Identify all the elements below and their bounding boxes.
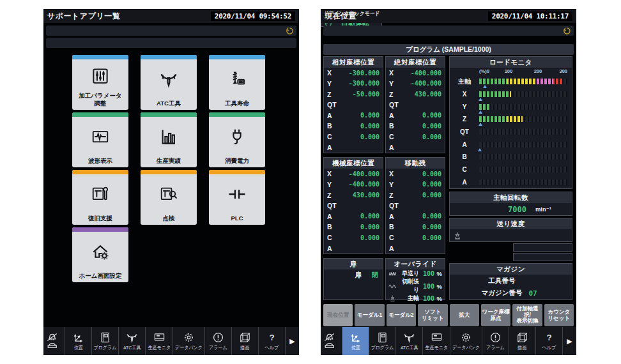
axis-label: C xyxy=(327,133,332,140)
bottom-toolbar: 位置G:プログラムATC工具生産モニタデータバンクアラーム描画?ヘルプ▶ xyxy=(321,327,576,355)
section-title: 扉 xyxy=(324,259,383,269)
datetime-display: 2020/11/04 10:11:17 xyxy=(488,11,572,21)
fn-button-modal-2[interactable]: モーダル2 xyxy=(387,304,416,326)
axis-value: 430.000 xyxy=(353,192,379,199)
fn-button-counter-reset[interactable]: カウンタ リセット xyxy=(544,304,574,326)
current-position-panel: 現在位置 2020/11/04 10:11:17 プログラム (SAMPLE/1… xyxy=(321,9,576,355)
fn-button-current-position[interactable]: 現在位置 xyxy=(323,304,353,326)
tile-accent-bar xyxy=(141,55,197,59)
axis-label: Z xyxy=(327,192,331,199)
cutting-feed-icon xyxy=(388,283,397,290)
toolbar-item-atc-tool[interactable]: ATC工具 xyxy=(396,327,423,355)
app-tile-label: 波形表示 xyxy=(88,157,112,167)
axis-label: X xyxy=(327,170,332,178)
coord-row: QT xyxy=(324,100,383,110)
toolbar-item-atc-tool[interactable]: ATC工具 xyxy=(119,327,146,355)
cube-icon xyxy=(239,331,251,344)
axis-label: B xyxy=(327,122,332,130)
plc-contact-icon xyxy=(226,174,248,215)
axis-label: A xyxy=(327,213,332,220)
app-tile-inspection[interactable]: 点検 xyxy=(141,170,197,225)
axis-value: 0.000 xyxy=(360,213,379,220)
spindle-speed-row: 7000 min⁻¹ xyxy=(450,203,572,215)
axis-value: 0.000 xyxy=(422,112,441,119)
toolbar-item-alarm[interactable]: アラーム xyxy=(482,327,509,355)
axis-label: Y xyxy=(327,80,332,87)
home-gear-icon xyxy=(89,232,111,272)
door-status-row: 扉 閉 xyxy=(324,269,383,281)
app-tile-label: 生産実績 xyxy=(157,157,181,167)
toolbar-item-help[interactable]: ?ヘルプ xyxy=(259,327,286,355)
toolbar-item-drawing[interactable]: 描画 xyxy=(509,327,536,355)
coord-row: X0.000 xyxy=(386,169,445,179)
magazine-number-value: 07 xyxy=(528,289,540,298)
fn-button-aux-axis-select[interactable]: 付加軸選 択/ 表示切換 xyxy=(512,304,542,326)
toolbar-item-machine-lamp[interactable] xyxy=(43,327,65,355)
section-title: 絶対座標位置 xyxy=(386,57,445,68)
toolbar-item-databank[interactable]: データバンク xyxy=(450,327,482,355)
coord-row: X-400.000 xyxy=(324,169,383,179)
fn-button-enlarge[interactable]: 拡大 xyxy=(450,304,479,326)
operator-key-icon xyxy=(286,27,294,35)
load-bar xyxy=(479,104,567,110)
toolbar-item-production-monitor[interactable]: 生産モニタ xyxy=(423,327,450,355)
app-tile-production-results[interactable]: 生産実績 xyxy=(141,112,197,167)
fn-button-work-origin[interactable]: ワーク座標 原点 xyxy=(481,304,510,326)
toolbar-item-databank[interactable]: データバンク xyxy=(173,327,205,355)
axis-label: Z xyxy=(327,91,331,98)
load-monitor-row: B xyxy=(450,151,572,163)
toolbar-item-position[interactable]: 位置 xyxy=(342,327,369,355)
toolbar-next-button[interactable]: ▶ xyxy=(563,327,576,355)
coord-row: X-400.000 xyxy=(386,68,445,79)
axis-value: -400.000 xyxy=(349,181,379,188)
toolbar-item-machine-lamp[interactable] xyxy=(321,327,342,355)
load-bar xyxy=(479,179,567,185)
toolbar-item-program[interactable]: G:プログラム xyxy=(369,327,396,355)
axis-label: Z xyxy=(389,192,393,199)
app-tile-atc-tool[interactable]: ATC工具 xyxy=(141,55,197,110)
axis-label: A xyxy=(389,112,394,119)
axis-value: 0.000 xyxy=(360,123,379,130)
toolbar-next-button[interactable]: ▶ xyxy=(286,327,299,355)
axis-label: QT xyxy=(327,202,337,209)
tile-accent-bar xyxy=(72,170,128,174)
toolbar-item-alarm[interactable]: アラーム xyxy=(205,327,232,355)
load-peak-marker xyxy=(479,110,482,114)
axis-value: 0.000 xyxy=(422,133,441,140)
coord-row: Z430.000 xyxy=(386,89,445,100)
toolbar-item-program[interactable]: G:プログラム xyxy=(92,327,119,355)
section-title: ドアインタロックモード xyxy=(324,10,379,18)
app-tile-home-screen-settings[interactable]: ホーム画面設定 xyxy=(72,227,128,282)
operator-key-icon xyxy=(563,27,571,35)
toolbar-item-drawing[interactable]: 描画 xyxy=(232,327,259,355)
coord-row: QT xyxy=(386,201,445,211)
coord-row: B0.000 xyxy=(386,121,445,132)
app-tile-machining-parameter-adjust[interactable]: 加工パラメータ 調整 xyxy=(72,55,128,110)
toolbar-item-production-monitor[interactable]: 生産モニタ xyxy=(146,327,172,355)
monitor-icon xyxy=(153,331,165,344)
section-title: 相対座標位置 xyxy=(324,57,383,68)
fn-button-soft-limit[interactable]: ソフト リミット xyxy=(418,304,447,326)
app-tile-plc[interactable]: PLC xyxy=(209,170,265,225)
app-tile-tool-life[interactable]: 工具寿命 xyxy=(209,55,265,110)
axis-label: Y xyxy=(389,181,394,188)
axis-value: 0.000 xyxy=(360,234,379,241)
app-tile-waveform-display[interactable]: 波形表示 xyxy=(72,112,128,167)
load-bar xyxy=(479,116,567,122)
app-tile-power-consumption[interactable]: 消費電力 xyxy=(209,112,265,167)
load-bar xyxy=(479,129,567,135)
coord-row: Z-50.000 xyxy=(324,89,383,100)
fn-button-modal-1[interactable]: モーダル1 xyxy=(355,304,384,326)
coord-row: A0.000 xyxy=(386,110,445,121)
app-tile-label: 点検 xyxy=(163,215,175,225)
message-bar xyxy=(46,38,296,48)
spindle-icon xyxy=(453,231,462,240)
toolbar-item-help[interactable]: ?ヘルプ xyxy=(536,327,563,355)
load-peak-marker xyxy=(479,98,482,101)
override-row-spindle: 主軸100% xyxy=(386,294,445,303)
load-monitor-row: A xyxy=(450,176,572,188)
axis-value: 0.000 xyxy=(360,112,379,119)
axis-value: 0.000 xyxy=(422,213,441,220)
app-tile-recovery-support[interactable]: 復旧支援 xyxy=(72,170,128,225)
toolbar-item-position[interactable]: 位置 xyxy=(65,327,92,355)
